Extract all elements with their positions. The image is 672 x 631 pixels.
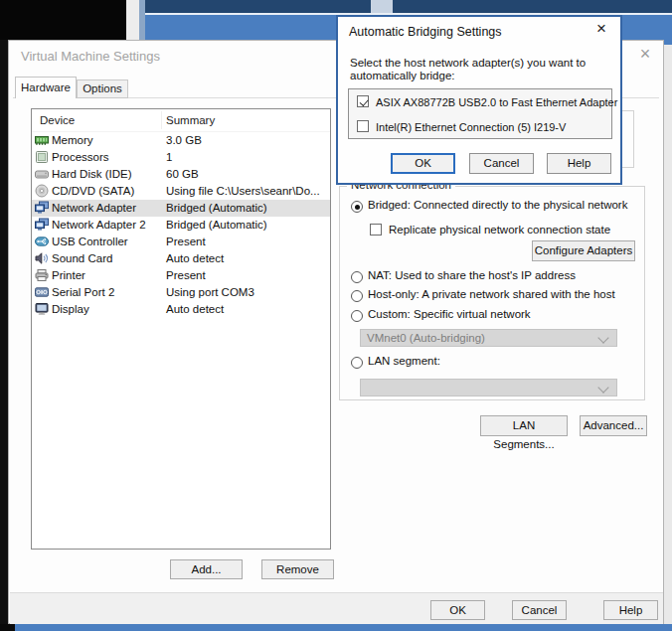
device-list: Device Summary Memory3.0 GBProcessors1Ha…: [31, 108, 331, 550]
device-row[interactable]: Processors1: [32, 149, 330, 166]
display-icon: [35, 302, 49, 316]
background-black-edge: [0, 40, 8, 631]
close-icon[interactable]: ×: [635, 44, 655, 64]
add-button[interactable]: Add...: [170, 559, 243, 579]
serial-port-icon: [35, 285, 49, 299]
cd-dvd-icon: [35, 184, 49, 198]
column-header-summary: Summary: [166, 114, 215, 126]
cancel-button[interactable]: Cancel: [512, 600, 567, 620]
adapter-checkbox[interactable]: [357, 120, 369, 132]
usb-controller-icon: [35, 235, 49, 248]
popup-cancel-button[interactable]: Cancel: [469, 153, 534, 174]
help-button[interactable]: Help: [603, 600, 658, 620]
adapter-row[interactable]: ASIX AX88772B USB2.0 to Fast Ethernet Ad…: [357, 94, 611, 114]
network-adapter-icon: [35, 218, 49, 232]
device-summary: Bridged (Automatic): [166, 219, 267, 231]
device-name: Processors: [52, 151, 109, 163]
network-adapter-icon: [35, 201, 49, 215]
device-name: Memory: [52, 134, 93, 146]
dialog-title: Virtual Machine Settings: [21, 49, 160, 64]
processors-icon: [35, 150, 49, 164]
screen: Virtual Machine Settings × Hardware Opti…: [0, 0, 672, 631]
device-row[interactable]: DisplayAuto detect: [32, 301, 330, 318]
device-summary: Using port COM3: [166, 286, 254, 298]
device-name: Network Adapter 2: [52, 219, 146, 231]
device-row[interactable]: Memory3.0 GB: [32, 132, 330, 149]
custom-network-dropdown[interactable]: VMnet0 (Auto-bridging): [360, 329, 617, 347]
configure-adapters-button[interactable]: Configure Adapters: [532, 240, 635, 261]
adapter-row[interactable]: Intel(R) Ethernet Connection (5) I219-V: [357, 119, 611, 139]
adapter-label: ASIX AX88772B USB2.0 to Fast Ethernet Ad…: [376, 96, 617, 108]
popup-help-button[interactable]: Help: [547, 153, 611, 174]
replicate-checkbox-label: Replicate physical network connection st…: [389, 224, 610, 236]
background-titlebar-fragment: [371, 0, 393, 13]
bridged-radio-label: Bridged: Connected directly to the physi…: [368, 199, 627, 211]
host-only-radio-label: Host-only: A private network shared with…: [368, 288, 615, 300]
ok-button[interactable]: OK: [430, 600, 485, 620]
host-only-radio[interactable]: [351, 290, 363, 302]
device-summary: Auto detect: [166, 303, 224, 315]
bridged-radio[interactable]: [351, 201, 363, 213]
device-summary: Bridged (Automatic): [166, 202, 267, 214]
lan-segment-radio-label: LAN segment:: [368, 355, 440, 367]
device-summary: Auto detect: [166, 252, 224, 264]
device-row[interactable]: Serial Port 2Using port COM3: [32, 284, 330, 301]
replicate-checkbox[interactable]: [370, 224, 382, 236]
advanced-button[interactable]: Advanced...: [580, 415, 647, 436]
device-rows: Memory3.0 GBProcessors1Hard Disk (IDE)60…: [32, 132, 330, 318]
device-name: CD/DVD (SATA): [52, 185, 134, 197]
device-row[interactable]: Hard Disk (IDE)60 GB: [32, 166, 330, 183]
device-name: Network Adapter: [52, 202, 136, 214]
nat-radio[interactable]: [351, 271, 363, 283]
adapter-checkbox[interactable]: [357, 95, 369, 107]
tab-options[interactable]: Options: [77, 79, 128, 98]
background-window-titlebar: [145, 0, 672, 13]
popup-description-line1: Select the host network adapter(s) you w…: [350, 57, 586, 69]
background-right-edge: [664, 45, 672, 624]
adapter-rows: ASIX AX88772B USB2.0 to Fast Ethernet Ad…: [349, 94, 611, 139]
device-summary: Using file C:\Users\seanr\Do...: [166, 185, 320, 197]
chevron-down-icon: [597, 382, 608, 393]
device-summary: Present: [166, 269, 206, 281]
adapter-label: Intel(R) Ethernet Connection (5) I219-V: [376, 121, 566, 133]
device-row[interactable]: Network AdapterBridged (Automatic): [32, 200, 330, 217]
column-separator: [161, 111, 162, 129]
device-name: USB Controller: [52, 236, 128, 247]
adapter-list: ASIX AX88772B USB2.0 to Fast Ethernet Ad…: [348, 88, 612, 139]
popup-ok-button[interactable]: OK: [391, 153, 455, 174]
automatic-bridging-settings-dialog: Automatic Bridging Settings × Select the…: [336, 15, 622, 185]
printer-icon: [35, 268, 49, 282]
tab-hardware[interactable]: Hardware: [15, 77, 77, 98]
nat-radio-label: NAT: Used to share the host's IP address: [368, 269, 576, 281]
chevron-down-icon: [597, 332, 608, 343]
device-summary: 60 GB: [166, 168, 199, 180]
lan-segment-radio[interactable]: [351, 357, 363, 369]
lan-segments-button[interactable]: LAN Segments...: [480, 415, 568, 436]
device-row[interactable]: PrinterPresent: [32, 267, 330, 284]
popup-title: Automatic Bridging Settings: [349, 25, 502, 39]
device-row[interactable]: Sound CardAuto detect: [32, 250, 330, 267]
device-summary: 1: [166, 151, 172, 163]
memory-icon: [35, 133, 49, 147]
remove-button[interactable]: Remove: [261, 559, 334, 579]
background-black-region: [0, 0, 129, 40]
device-name: Hard Disk (IDE): [52, 168, 132, 180]
popup-description-line2: automatically bridge:: [350, 70, 454, 81]
device-summary: Present: [166, 236, 206, 247]
background-window-border: [139, 0, 145, 40]
device-row[interactable]: CD/DVD (SATA)Using file C:\Users\seanr\D…: [32, 183, 330, 200]
background-window-edge: [126, 0, 139, 40]
device-row[interactable]: Network Adapter 2Bridged (Automatic): [32, 217, 330, 234]
sound-card-icon: [35, 251, 49, 265]
background-black-corner: [0, 624, 15, 631]
hard-disk-icon: [35, 167, 49, 181]
device-name: Display: [52, 303, 89, 315]
lan-segment-dropdown[interactable]: [360, 379, 617, 396]
custom-radio[interactable]: [351, 310, 363, 322]
device-list-header: Device Summary: [32, 109, 330, 132]
device-name: Printer: [52, 269, 85, 281]
close-icon[interactable]: ×: [592, 20, 610, 38]
custom-network-dropdown-value: VMnet0 (Auto-bridging): [367, 332, 485, 344]
device-row[interactable]: USB ControllerPresent: [32, 234, 330, 250]
column-header-device: Device: [40, 114, 75, 126]
